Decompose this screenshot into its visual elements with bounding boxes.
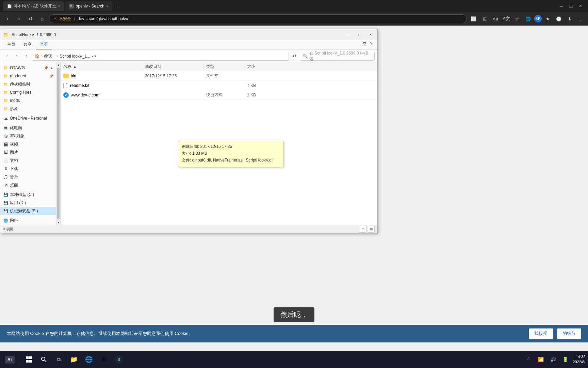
apps-icon[interactable]: ⊞ (480, 14, 489, 24)
maximize-browser-button[interactable]: □ (566, 1, 576, 11)
file-row-readme[interactable]: readme.txt 7 KB (61, 81, 377, 90)
sidebar-item-network[interactable]: 🌐 网络 (0, 216, 56, 225)
help-button[interactable]: ? (368, 40, 375, 47)
tab-1[interactable]: 📄 脚本钩 V - AB 软件开发 × (3, 1, 64, 11)
edge-icon[interactable]: 🌐 (523, 14, 533, 24)
explorer-maximize-button[interactable]: □ (356, 31, 364, 39)
sidebar-label-documents: 文档 (10, 158, 18, 164)
up-nav-button[interactable]: ↑ (22, 52, 30, 60)
file-size-readme: 7 KB (244, 83, 272, 88)
sidebar-item-rendered[interactable]: 📁 rendered 📌 (0, 72, 56, 80)
detail-view-button[interactable]: ≡ (360, 226, 366, 233)
file-row-devc[interactable]: e www.dev-c.com 快捷方式 1 KB (61, 90, 377, 100)
pin-icon-rendered: 📌 (49, 74, 53, 78)
path-segment-2[interactable]: ScriptHookV_1... (60, 54, 90, 59)
sidebar-item-drive-d[interactable]: 💾 应用 (D:) (0, 199, 56, 207)
translate-icon[interactable]: A文 (502, 14, 511, 24)
tile-view-button[interactable]: ⊞ (368, 226, 375, 233)
explorer-title: ScriptHookV_1.0.2699.0 (12, 32, 342, 37)
tray-network-icon[interactable]: 📶 (536, 355, 545, 364)
settings-icon[interactable]: … (576, 14, 585, 24)
sidebar-item-gtawg[interactable]: 📁 GTAWG 📌 ▲ (0, 64, 56, 72)
cookie-accept-button[interactable]: 我接受 (529, 328, 553, 339)
forward-nav-button[interactable]: › (13, 52, 21, 60)
sidebar-scroll-thumb[interactable] (57, 68, 60, 219)
path-segment-1[interactable]: @视... (44, 53, 55, 59)
taskbar-file-explorer-button[interactable]: 📁 (67, 353, 81, 366)
home-button[interactable]: ⌂ (37, 14, 47, 24)
web-icon-devc: e (63, 92, 69, 98)
sidebar-item-videos-temp[interactable]: 📁 @视频临时 (0, 80, 56, 88)
sidebar-scroll-down[interactable]: ▼ (56, 220, 61, 225)
path-separator-3: › (92, 54, 93, 59)
sidebar-item-config[interactable]: 📁 Config Files (0, 88, 56, 96)
ribbon-tab-share[interactable]: 共享 (19, 40, 36, 49)
tray-show-hidden-button[interactable]: ^ (524, 355, 533, 364)
sidebar-scroll-up[interactable]: ▲ (56, 62, 61, 67)
downloads-icon[interactable]: ⬇ (565, 14, 574, 24)
sidebar-item-this-pc[interactable]: 💻 此电脑 (0, 124, 56, 132)
sidebar-item-music[interactable]: 🎵 音乐 (0, 173, 56, 181)
path-bar[interactable]: 🏠 › @视... › ScriptHookV_1... › ▾ (32, 52, 289, 61)
column-header-size[interactable]: 大小 (244, 64, 272, 70)
sidebar-item-documents[interactable]: 📄 文档 (0, 156, 56, 165)
taskbar-steam-button[interactable]: S (112, 353, 126, 366)
tray-volume-icon[interactable]: 🔊 (548, 355, 558, 364)
favorites-list-icon[interactable]: ★ (543, 14, 553, 24)
read-aloud-icon[interactable]: Aa (491, 14, 500, 24)
column-header-name[interactable]: 名称 ▲ (61, 64, 142, 70)
file-row-bin[interactable]: bin 2017/12/15 17:35 文件夹 (61, 71, 377, 81)
taskbar-ai-label[interactable]: Ai (3, 353, 16, 366)
taskbar-start-button[interactable] (22, 353, 36, 366)
sidebar-item-mods[interactable]: 📁 mods (0, 96, 56, 105)
sidebar-item-desktop[interactable]: 🖥 桌面 (0, 181, 56, 189)
sidebar-label-desktop: 桌面 (10, 182, 18, 188)
path-dropdown-button[interactable]: ▾ (94, 54, 96, 59)
status-count: 3 项目 (3, 227, 14, 232)
taskbar-edge-button[interactable]: 🌐 (82, 353, 96, 366)
sidebar-item-drive-c[interactable]: 💾 本地磁盘 (C:) (0, 190, 56, 199)
forward-button[interactable]: › (14, 14, 24, 24)
tab-2-close[interactable]: × (107, 4, 109, 8)
tooltip-line3: 文件: dinput8.dll, NativeTrainer.asi, Scri… (182, 157, 280, 163)
svg-rect-2 (26, 360, 29, 363)
taskbar-clock[interactable]: 14:32 2022/8/ (573, 354, 585, 365)
history-icon[interactable]: 🕐 (554, 14, 564, 24)
sidebar-item-downloads[interactable]: ⬇ 下载 (0, 165, 56, 173)
column-header-type[interactable]: 类型 (203, 64, 244, 70)
collections-icon[interactable]: ⬜ (469, 14, 478, 24)
back-button[interactable]: ‹ (3, 14, 12, 24)
sidebar-item-pictures[interactable]: 🖼 图片 (0, 148, 56, 156)
sidebar-item-drive-e[interactable]: 💾 机械游戏盘 (E:) (0, 207, 56, 215)
sidebar-item-project[interactable]: 📂 项目 (0, 225, 56, 225)
favorites-icon[interactable]: ☆ (512, 14, 522, 24)
tray-battery-icon[interactable]: 🔋 (560, 355, 570, 364)
reload-button[interactable]: ↺ (26, 14, 35, 24)
taskbar-task-view-button[interactable]: ⧉ (52, 353, 66, 366)
sidebar-item-shape[interactable]: 📁 形象 (0, 105, 56, 113)
new-tab-button[interactable]: + (113, 1, 122, 11)
ribbon-tab-home[interactable]: 主页 (3, 40, 19, 49)
sidebar-item-3d[interactable]: 🎲 3D 对象 (0, 132, 56, 140)
profile-icon[interactable]: AB (534, 15, 542, 22)
cookie-details-button[interactable]: 的细节 (557, 328, 581, 339)
taskbar-search-button[interactable] (37, 353, 51, 366)
back-nav-button[interactable]: ‹ (3, 52, 11, 60)
ribbon-collapse-button[interactable]: ▽ (361, 40, 368, 47)
taskbar-settings-button[interactable]: ⚙ (97, 353, 111, 366)
column-header-date[interactable]: 修改日期 (142, 64, 203, 70)
refresh-button[interactable]: ↺ (290, 52, 298, 60)
sidebar-label-pictures: 图片 (10, 150, 18, 155)
sidebar-item-onedrive[interactable]: ☁ OneDrive - Personal (0, 114, 56, 122)
tab-1-close[interactable]: × (58, 4, 60, 8)
minimize-browser-button[interactable]: ─ (557, 1, 566, 11)
ribbon-tab-view[interactable]: 查看 (36, 40, 52, 49)
explorer-minimize-button[interactable]: ─ (345, 31, 353, 39)
explorer-close-button[interactable]: × (366, 31, 375, 39)
address-input[interactable]: ⚠ 不安全 | dev-c.com/gtav/scripthookv/ (49, 14, 467, 23)
search-box[interactable]: 🔍 在 ScriptHookV_1.0.2699.0 中搜索 (300, 52, 375, 61)
tab-2[interactable]: 🔍 openiv - Search × (65, 1, 113, 11)
tooltip-line2: 大小: 1.83 MB (182, 151, 280, 156)
sidebar-item-video[interactable]: 🎬 视频 (0, 140, 56, 148)
close-browser-button[interactable]: × (576, 1, 585, 11)
